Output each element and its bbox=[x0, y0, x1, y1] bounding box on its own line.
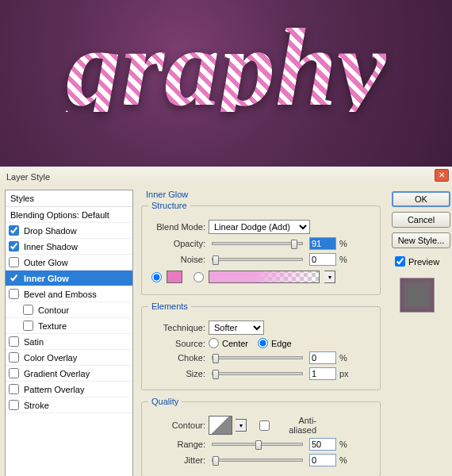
unit: % bbox=[339, 255, 354, 264]
checkbox[interactable] bbox=[23, 305, 33, 315]
gradient-swatch[interactable] bbox=[209, 271, 320, 283]
unit: % bbox=[339, 440, 354, 449]
style-gradient-overlay[interactable]: Gradient Overlay bbox=[6, 366, 132, 382]
technique-select[interactable]: Softer bbox=[209, 321, 264, 335]
source-label: Source: bbox=[148, 339, 205, 348]
style-contour[interactable]: Contour bbox=[6, 302, 132, 318]
style-label: Drop Shadow bbox=[24, 226, 77, 236]
chevron-down-icon[interactable]: ▾ bbox=[324, 271, 335, 283]
styles-list: Styles Blending Options: Default Drop Sh… bbox=[5, 190, 133, 476]
elements-group: Elements Technique: Softer Source: Cente… bbox=[141, 301, 381, 390]
source-edge-radio[interactable] bbox=[258, 338, 268, 348]
checkbox[interactable] bbox=[9, 273, 19, 283]
size-label: Size: bbox=[148, 369, 205, 378]
color-swatch[interactable] bbox=[167, 271, 182, 283]
checkbox[interactable] bbox=[9, 289, 19, 299]
range-input[interactable] bbox=[309, 438, 336, 451]
dialog-buttons: OK Cancel New Style... Preview bbox=[392, 191, 452, 313]
checkbox[interactable] bbox=[23, 321, 33, 331]
contour-label: Contour: bbox=[148, 420, 205, 430]
anti-aliased-checkbox[interactable] bbox=[259, 420, 270, 431]
canvas-preview: graphy bbox=[0, 0, 452, 167]
blend-mode-select[interactable]: Linear Dodge (Add) bbox=[209, 220, 310, 234]
blending-options[interactable]: Blending Options: Default bbox=[6, 207, 132, 223]
checkbox[interactable] bbox=[9, 225, 19, 236]
noise-label: Noise: bbox=[148, 255, 205, 264]
style-outer-glow[interactable]: Outer Glow bbox=[6, 255, 132, 271]
styles-header[interactable]: Styles bbox=[6, 190, 132, 207]
style-label: Stroke bbox=[24, 401, 49, 410]
style-label: Bevel and Emboss bbox=[24, 290, 97, 299]
layer-style-dialog: Layer Style ✕ Styles Blending Options: D… bbox=[0, 167, 452, 476]
new-style-button[interactable]: New Style... bbox=[392, 232, 450, 248]
checkbox[interactable] bbox=[9, 384, 19, 394]
section-title: Inner Glow bbox=[141, 190, 381, 199]
style-label: Satin bbox=[24, 337, 44, 347]
style-label: Texture bbox=[38, 321, 67, 331]
style-label: Gradient Overlay bbox=[24, 369, 90, 378]
size-slider[interactable] bbox=[212, 372, 303, 375]
elements-legend: Elements bbox=[148, 301, 191, 311]
checkbox[interactable] bbox=[9, 336, 19, 347]
style-label: Inner Shadow bbox=[24, 242, 78, 251]
preview-label: Preview bbox=[408, 257, 439, 267]
unit: % bbox=[339, 239, 354, 248]
source-edge-label: Edge bbox=[271, 339, 292, 348]
range-label: Range: bbox=[148, 440, 205, 449]
jitter-label: Jitter: bbox=[148, 455, 205, 465]
checkbox[interactable] bbox=[9, 241, 19, 251]
style-label: Pattern Overlay bbox=[24, 385, 84, 394]
blend-mode-label: Blend Mode: bbox=[148, 222, 205, 232]
style-texture[interactable]: Texture bbox=[6, 318, 132, 334]
checkbox[interactable] bbox=[9, 368, 19, 378]
style-satin[interactable]: Satin bbox=[6, 334, 132, 350]
choke-label: Choke: bbox=[148, 353, 205, 363]
style-inner-shadow[interactable]: Inner Shadow bbox=[6, 239, 132, 255]
candy-text: graphy bbox=[66, 23, 386, 112]
color-radio[interactable] bbox=[151, 272, 162, 282]
noise-input[interactable] bbox=[309, 253, 336, 266]
range-slider[interactable] bbox=[212, 443, 303, 446]
checkbox[interactable] bbox=[9, 352, 19, 363]
structure-group: Structure Blend Mode: Linear Dodge (Add)… bbox=[141, 201, 381, 295]
technique-label: Technique: bbox=[148, 323, 205, 332]
structure-legend: Structure bbox=[148, 201, 190, 210]
size-input[interactable] bbox=[309, 367, 336, 380]
noise-slider[interactable] bbox=[212, 258, 303, 261]
cancel-button[interactable]: Cancel bbox=[392, 212, 450, 228]
style-pattern-overlay[interactable]: Pattern Overlay bbox=[6, 382, 132, 397]
checkbox[interactable] bbox=[9, 400, 19, 410]
style-label: Color Overlay bbox=[24, 353, 77, 363]
opacity-input[interactable] bbox=[309, 237, 336, 250]
jitter-input[interactable] bbox=[309, 454, 336, 466]
style-bevel-emboss[interactable]: Bevel and Emboss bbox=[6, 286, 132, 302]
style-label: Contour bbox=[38, 305, 69, 315]
opacity-label: Opacity: bbox=[148, 239, 205, 248]
unit: % bbox=[339, 353, 354, 363]
choke-input[interactable] bbox=[309, 351, 336, 364]
choke-slider[interactable] bbox=[212, 356, 303, 359]
style-stroke[interactable]: Stroke bbox=[6, 397, 132, 413]
ok-button[interactable]: OK bbox=[392, 191, 450, 207]
preview-swatch bbox=[400, 278, 435, 313]
style-inner-glow[interactable]: Inner Glow bbox=[6, 271, 132, 286]
style-color-overlay[interactable]: Color Overlay bbox=[6, 350, 132, 366]
contour-picker[interactable] bbox=[209, 416, 232, 435]
checkbox[interactable] bbox=[9, 257, 19, 267]
settings-panel: Inner Glow Structure Blend Mode: Linear … bbox=[138, 190, 384, 476]
close-icon[interactable]: ✕ bbox=[435, 169, 449, 182]
chevron-down-icon[interactable]: ▾ bbox=[236, 419, 247, 432]
gradient-radio[interactable] bbox=[193, 272, 204, 282]
unit: % bbox=[339, 455, 354, 465]
preview-checkbox[interactable] bbox=[395, 256, 405, 267]
dialog-title: Layer Style bbox=[0, 167, 452, 185]
quality-group: Quality Contour: ▾ Anti-aliased Range: % bbox=[141, 397, 381, 476]
source-center-label: Center bbox=[222, 339, 248, 348]
opacity-slider[interactable] bbox=[212, 242, 303, 245]
style-drop-shadow[interactable]: Drop Shadow bbox=[6, 223, 132, 239]
unit: px bbox=[339, 369, 354, 378]
jitter-slider[interactable] bbox=[212, 459, 303, 462]
style-label: Outer Glow bbox=[24, 258, 68, 267]
anti-aliased-label: Anti-aliased bbox=[273, 416, 316, 435]
source-center-radio[interactable] bbox=[209, 338, 219, 348]
